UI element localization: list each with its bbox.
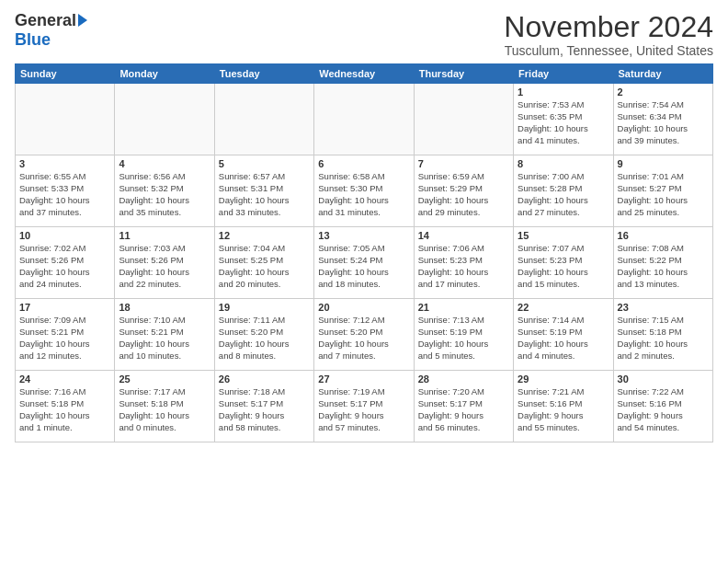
calendar-cell: 4Sunrise: 6:56 AM Sunset: 5:32 PM Daylig…	[115, 155, 214, 227]
day-number: 27	[318, 373, 409, 385]
day-info: Sunrise: 7:07 AM Sunset: 5:23 PM Dayligh…	[518, 243, 609, 290]
calendar-header-monday: Monday	[115, 64, 214, 84]
day-number: 8	[518, 158, 609, 169]
day-number: 18	[119, 302, 210, 313]
day-info: Sunrise: 7:06 AM Sunset: 5:23 PM Dayligh…	[418, 243, 509, 290]
day-number: 19	[219, 302, 310, 313]
day-info: Sunrise: 7:17 AM Sunset: 5:18 PM Dayligh…	[119, 386, 210, 433]
day-number: 3	[19, 158, 110, 169]
day-number: 13	[318, 230, 409, 241]
calendar-cell: 3Sunrise: 6:55 AM Sunset: 5:33 PM Daylig…	[16, 155, 115, 227]
calendar-cell	[414, 84, 513, 155]
day-info: Sunrise: 7:12 AM Sunset: 5:20 PM Dayligh…	[318, 315, 409, 362]
calendar-cell: 28Sunrise: 7:20 AM Sunset: 5:17 PM Dayli…	[414, 371, 513, 442]
calendar-cell	[115, 84, 214, 155]
calendar-cell: 1Sunrise: 7:53 AM Sunset: 6:35 PM Daylig…	[514, 84, 613, 155]
calendar-cell: 7Sunrise: 6:59 AM Sunset: 5:29 PM Daylig…	[414, 155, 513, 227]
week-row-1: 3Sunrise: 6:55 AM Sunset: 5:33 PM Daylig…	[16, 155, 713, 227]
title-area: November 2024 Tusculum, Tennessee, Unite…	[504, 11, 713, 58]
calendar-cell	[16, 84, 115, 155]
logo-general-text: General	[15, 11, 76, 30]
day-number: 22	[518, 302, 609, 313]
day-info: Sunrise: 7:01 AM Sunset: 5:27 PM Dayligh…	[618, 171, 709, 218]
day-info: Sunrise: 7:16 AM Sunset: 5:18 PM Dayligh…	[19, 386, 110, 433]
header: General Blue November 2024 Tusculum, Ten…	[15, 11, 713, 58]
day-info: Sunrise: 7:14 AM Sunset: 5:19 PM Dayligh…	[518, 315, 609, 362]
main-title: November 2024	[504, 11, 713, 43]
day-info: Sunrise: 6:57 AM Sunset: 5:31 PM Dayligh…	[219, 171, 310, 218]
calendar-header-saturday: Saturday	[613, 64, 712, 84]
calendar-cell: 5Sunrise: 6:57 AM Sunset: 5:31 PM Daylig…	[214, 155, 313, 227]
day-number: 12	[219, 230, 310, 241]
calendar-cell	[214, 84, 313, 155]
week-row-4: 24Sunrise: 7:16 AM Sunset: 5:18 PM Dayli…	[16, 371, 713, 442]
calendar-cell: 22Sunrise: 7:14 AM Sunset: 5:19 PM Dayli…	[514, 299, 613, 371]
calendar-table: SundayMondayTuesdayWednesdayThursdayFrid…	[15, 63, 713, 442]
calendar-cell: 16Sunrise: 7:08 AM Sunset: 5:22 PM Dayli…	[613, 227, 712, 299]
day-number: 28	[418, 373, 509, 385]
day-number: 26	[219, 373, 310, 385]
day-info: Sunrise: 6:59 AM Sunset: 5:29 PM Dayligh…	[418, 171, 509, 218]
day-info: Sunrise: 7:09 AM Sunset: 5:21 PM Dayligh…	[19, 315, 110, 362]
calendar-cell: 30Sunrise: 7:22 AM Sunset: 5:16 PM Dayli…	[613, 371, 712, 442]
day-info: Sunrise: 7:05 AM Sunset: 5:24 PM Dayligh…	[318, 243, 409, 290]
day-number: 1	[518, 86, 609, 98]
calendar-cell: 27Sunrise: 7:19 AM Sunset: 5:17 PM Dayli…	[314, 371, 414, 442]
calendar-cell: 11Sunrise: 7:03 AM Sunset: 5:26 PM Dayli…	[115, 227, 214, 299]
day-number: 7	[418, 158, 509, 169]
calendar-cell: 20Sunrise: 7:12 AM Sunset: 5:20 PM Dayli…	[314, 299, 414, 371]
day-number: 16	[618, 230, 709, 241]
calendar-cell: 17Sunrise: 7:09 AM Sunset: 5:21 PM Dayli…	[16, 299, 115, 371]
subtitle: Tusculum, Tennessee, United States	[504, 43, 713, 58]
calendar-cell: 15Sunrise: 7:07 AM Sunset: 5:23 PM Dayli…	[514, 227, 613, 299]
day-number: 21	[418, 302, 509, 313]
day-number: 17	[19, 302, 110, 313]
calendar-cell: 21Sunrise: 7:13 AM Sunset: 5:19 PM Dayli…	[414, 299, 513, 371]
day-info: Sunrise: 7:20 AM Sunset: 5:17 PM Dayligh…	[418, 386, 509, 433]
day-number: 6	[318, 158, 409, 169]
day-info: Sunrise: 7:19 AM Sunset: 5:17 PM Dayligh…	[318, 386, 409, 433]
calendar-header-sunday: Sunday	[16, 64, 115, 84]
day-number: 5	[219, 158, 310, 169]
week-row-2: 10Sunrise: 7:02 AM Sunset: 5:26 PM Dayli…	[16, 227, 713, 299]
day-number: 29	[518, 373, 609, 385]
day-info: Sunrise: 7:13 AM Sunset: 5:19 PM Dayligh…	[418, 315, 509, 362]
day-number: 20	[318, 302, 409, 313]
day-info: Sunrise: 7:02 AM Sunset: 5:26 PM Dayligh…	[19, 243, 110, 290]
calendar-cell: 29Sunrise: 7:21 AM Sunset: 5:16 PM Dayli…	[514, 371, 613, 442]
calendar-header-row: SundayMondayTuesdayWednesdayThursdayFrid…	[16, 64, 713, 84]
calendar-cell: 25Sunrise: 7:17 AM Sunset: 5:18 PM Dayli…	[115, 371, 214, 442]
calendar-cell: 14Sunrise: 7:06 AM Sunset: 5:23 PM Dayli…	[414, 227, 513, 299]
day-info: Sunrise: 7:22 AM Sunset: 5:16 PM Dayligh…	[618, 386, 709, 433]
day-number: 11	[119, 230, 210, 241]
calendar-header-tuesday: Tuesday	[214, 64, 313, 84]
day-info: Sunrise: 7:11 AM Sunset: 5:20 PM Dayligh…	[219, 315, 310, 362]
day-number: 10	[19, 230, 110, 241]
day-info: Sunrise: 6:55 AM Sunset: 5:33 PM Dayligh…	[19, 171, 110, 218]
logo-blue-text: Blue	[15, 30, 51, 50]
calendar-header-wednesday: Wednesday	[314, 64, 414, 84]
calendar-cell: 24Sunrise: 7:16 AM Sunset: 5:18 PM Dayli…	[16, 371, 115, 442]
day-number: 4	[119, 158, 210, 169]
day-info: Sunrise: 7:04 AM Sunset: 5:25 PM Dayligh…	[219, 243, 310, 290]
day-number: 25	[119, 373, 210, 385]
day-number: 15	[518, 230, 609, 241]
day-info: Sunrise: 6:56 AM Sunset: 5:32 PM Dayligh…	[119, 171, 210, 218]
day-info: Sunrise: 7:18 AM Sunset: 5:17 PM Dayligh…	[219, 386, 310, 433]
calendar-cell	[314, 84, 414, 155]
day-info: Sunrise: 7:03 AM Sunset: 5:26 PM Dayligh…	[119, 243, 210, 290]
day-number: 23	[618, 302, 709, 313]
day-number: 24	[19, 373, 110, 385]
day-number: 14	[418, 230, 509, 241]
calendar-cell: 23Sunrise: 7:15 AM Sunset: 5:18 PM Dayli…	[613, 299, 712, 371]
calendar-cell: 18Sunrise: 7:10 AM Sunset: 5:21 PM Dayli…	[115, 299, 214, 371]
calendar-cell: 26Sunrise: 7:18 AM Sunset: 5:17 PM Dayli…	[214, 371, 313, 442]
day-info: Sunrise: 7:00 AM Sunset: 5:28 PM Dayligh…	[518, 171, 609, 218]
week-row-3: 17Sunrise: 7:09 AM Sunset: 5:21 PM Dayli…	[16, 299, 713, 371]
day-number: 30	[618, 373, 709, 385]
page: General Blue November 2024 Tusculum, Ten…	[0, 0, 728, 563]
day-info: Sunrise: 7:08 AM Sunset: 5:22 PM Dayligh…	[618, 243, 709, 290]
day-info: Sunrise: 6:58 AM Sunset: 5:30 PM Dayligh…	[318, 171, 409, 218]
calendar-header-thursday: Thursday	[414, 64, 513, 84]
day-info: Sunrise: 7:53 AM Sunset: 6:35 PM Dayligh…	[518, 99, 609, 146]
